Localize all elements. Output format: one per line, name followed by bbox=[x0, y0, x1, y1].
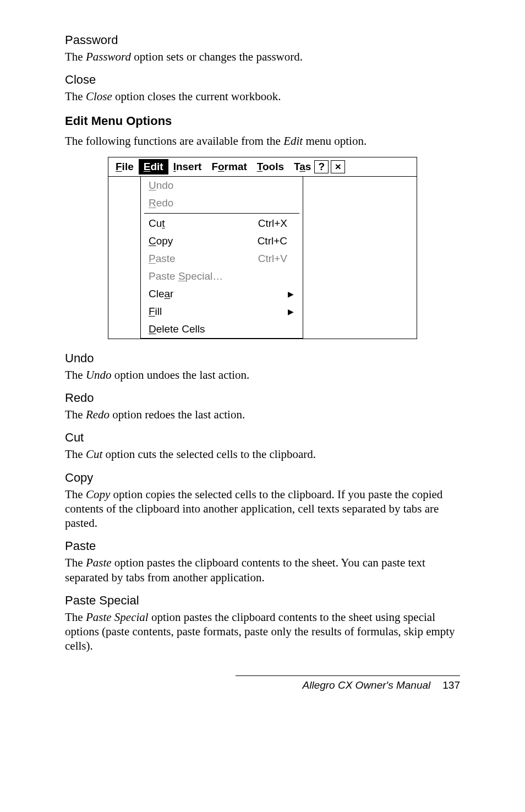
t: The following functions are available fr… bbox=[65, 134, 283, 148]
r: aste bbox=[156, 253, 176, 264]
heading-edit-menu-options: Edit Menu Options bbox=[65, 114, 460, 128]
heading-close: Close bbox=[65, 73, 460, 87]
menu-insert[interactable]: Insert bbox=[168, 159, 207, 175]
u: S bbox=[178, 270, 185, 282]
t: The bbox=[65, 556, 86, 569]
r: ools bbox=[262, 161, 284, 172]
t: The bbox=[65, 611, 86, 624]
r: elete Cells bbox=[156, 323, 205, 335]
r: edo bbox=[156, 197, 174, 209]
text-copy: The Copy option copies the selected cell… bbox=[65, 487, 460, 531]
menu-item-copy[interactable]: Copy Ctrl+C bbox=[141, 232, 303, 250]
menu-item-clear[interactable]: Clear ▶ bbox=[141, 285, 303, 303]
u: D bbox=[149, 323, 156, 335]
heading-redo: Redo bbox=[65, 391, 460, 405]
p2: rmat bbox=[225, 161, 247, 172]
t: Paste Special bbox=[86, 611, 149, 624]
t: option redoes the last action. bbox=[110, 408, 245, 421]
text-password: The Password option sets or changes the … bbox=[65, 50, 460, 64]
r: opy bbox=[156, 235, 173, 247]
menu-format[interactable]: Format bbox=[206, 159, 251, 175]
p: Cu bbox=[149, 217, 162, 229]
menubar: File Edit Insert Format Tools Tas ? × bbox=[108, 157, 417, 177]
menu-item-redo: Redo bbox=[141, 194, 303, 212]
r: ndo bbox=[156, 179, 174, 191]
u: C bbox=[149, 235, 156, 247]
menu-item-fill[interactable]: Fill ▶ bbox=[141, 303, 303, 320]
u: P bbox=[149, 253, 156, 264]
shortcut: Ctrl+C bbox=[258, 235, 297, 247]
r: nsert bbox=[176, 161, 201, 172]
text-edit-menu-options: The following functions are available fr… bbox=[65, 134, 460, 148]
text-redo: The Redo option redoes the last action. bbox=[65, 407, 460, 422]
menu-tools[interactable]: Tools bbox=[252, 159, 289, 175]
r: dit bbox=[150, 161, 163, 172]
edit-dropdown: Undo Redo Cut Ctrl+X Copy Ctrl+C Paste C… bbox=[140, 177, 303, 339]
p: T bbox=[294, 161, 299, 172]
t: The bbox=[65, 488, 86, 501]
footer-title: Allegro CX Owner's Manual bbox=[303, 679, 431, 691]
heading-paste-special: Paste Special bbox=[65, 593, 460, 608]
t: The bbox=[65, 448, 86, 461]
menu-item-cut[interactable]: Cut Ctrl+X bbox=[141, 215, 303, 232]
u: F bbox=[116, 161, 122, 172]
heading-undo: Undo bbox=[65, 351, 460, 366]
r: ill bbox=[155, 306, 162, 317]
p2: r bbox=[170, 288, 173, 299]
t: The bbox=[65, 408, 86, 421]
heading-paste: Paste bbox=[65, 539, 460, 553]
submenu-arrow-icon: ▶ bbox=[288, 307, 297, 316]
submenu-arrow-icon: ▶ bbox=[288, 290, 297, 298]
t: option copies the selected cells to the … bbox=[65, 488, 442, 530]
t: The bbox=[65, 50, 86, 63]
menu-item-delete-cells[interactable]: Delete Cells bbox=[141, 320, 303, 338]
p2: s bbox=[305, 161, 311, 172]
p2: pecial… bbox=[185, 270, 223, 282]
menu-item-undo: Undo bbox=[141, 177, 303, 194]
text-close: The Close option closes the current work… bbox=[65, 89, 460, 103]
t: Copy bbox=[86, 488, 110, 501]
t: Close bbox=[86, 90, 112, 103]
t: option closes the current workbook. bbox=[112, 90, 281, 103]
u: a bbox=[299, 161, 305, 172]
t: option pastes the clipboard contents to … bbox=[65, 556, 425, 584]
shortcut: Ctrl+V bbox=[258, 253, 297, 265]
menu-item-paste-special: Paste Special… bbox=[141, 268, 303, 285]
p: Cle bbox=[149, 288, 165, 299]
u: T bbox=[257, 161, 262, 172]
menu-edit[interactable]: Edit bbox=[139, 159, 168, 175]
u: F bbox=[149, 306, 155, 317]
menu-file[interactable]: File bbox=[111, 159, 139, 175]
heading-password: Password bbox=[65, 33, 460, 47]
t: option sets or changes the password. bbox=[131, 50, 303, 63]
footer-page-number: 137 bbox=[442, 679, 460, 691]
heading-cut: Cut bbox=[65, 430, 460, 445]
t: Edit bbox=[283, 134, 303, 148]
shortcut: Ctrl+X bbox=[258, 217, 297, 230]
u: E bbox=[144, 161, 151, 172]
p: Paste bbox=[149, 270, 178, 282]
r: ile bbox=[122, 161, 134, 172]
menu-tas[interactable]: Tas bbox=[289, 159, 312, 175]
menu-item-paste: Paste Ctrl+V bbox=[141, 250, 303, 268]
t: The bbox=[65, 90, 86, 103]
u: R bbox=[149, 197, 156, 209]
u: U bbox=[149, 179, 156, 191]
u: o bbox=[218, 161, 225, 172]
t: menu option. bbox=[303, 134, 367, 148]
t: Password bbox=[86, 50, 131, 63]
t: option undoes the last action. bbox=[112, 368, 250, 382]
u: t bbox=[162, 217, 165, 229]
close-button[interactable]: × bbox=[331, 160, 345, 173]
t: option cuts the selected cells to the cl… bbox=[102, 448, 316, 461]
help-button[interactable]: ? bbox=[314, 160, 329, 173]
u: a bbox=[165, 288, 171, 299]
text-cut: The Cut option cuts the selected cells t… bbox=[65, 447, 460, 461]
heading-copy: Copy bbox=[65, 471, 460, 485]
p: F bbox=[211, 161, 218, 172]
page-footer: Allegro CX Owner's Manual 137 bbox=[236, 675, 460, 691]
text-undo: The Undo option undoes the last action. bbox=[65, 368, 460, 382]
t: Redo bbox=[86, 408, 110, 421]
t: Paste bbox=[86, 556, 112, 569]
text-paste: The Paste option pastes the clipboard co… bbox=[65, 555, 460, 585]
